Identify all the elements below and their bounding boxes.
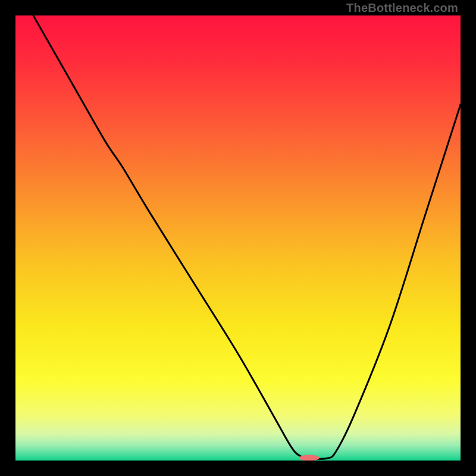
- bottleneck-chart: [15, 15, 461, 461]
- gradient-background: [15, 15, 461, 461]
- chart-frame: [15, 15, 461, 461]
- watermark-text: TheBottleneck.com: [346, 1, 458, 15]
